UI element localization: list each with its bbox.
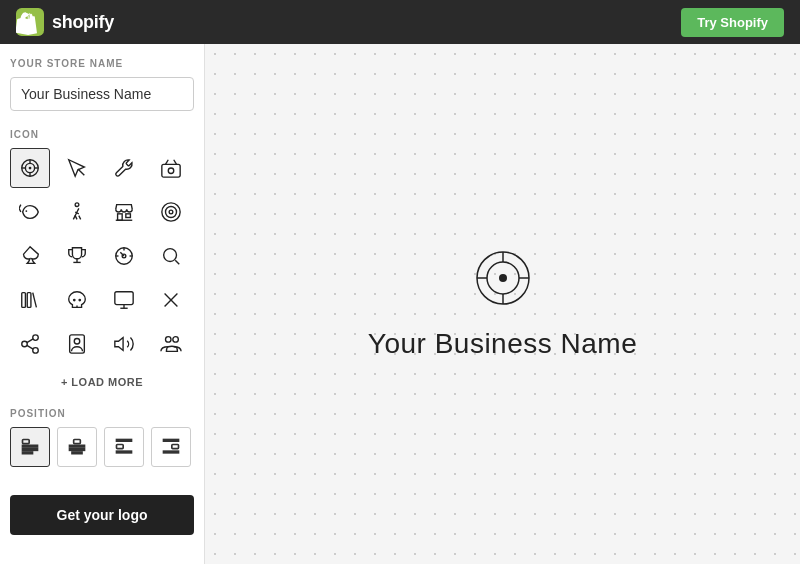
icon-trophy[interactable] bbox=[57, 236, 97, 276]
trophy-icon bbox=[66, 245, 88, 267]
position-label: POSITION bbox=[10, 408, 194, 419]
store-name-label: YOUR STORE NAME bbox=[10, 58, 194, 69]
svg-rect-52 bbox=[23, 449, 38, 451]
arrow-cursor-icon bbox=[66, 157, 88, 179]
svg-point-28 bbox=[164, 249, 177, 262]
position-center-right[interactable] bbox=[151, 427, 191, 467]
svg-point-32 bbox=[73, 299, 76, 302]
icon-shop[interactable] bbox=[104, 192, 144, 232]
portrait-icon bbox=[66, 333, 88, 355]
store-name-input[interactable] bbox=[10, 77, 194, 111]
icon-radio[interactable] bbox=[151, 148, 191, 188]
svg-point-13 bbox=[25, 210, 27, 212]
svg-rect-58 bbox=[117, 445, 124, 449]
share-icon bbox=[19, 333, 41, 355]
icon-tools[interactable] bbox=[104, 148, 144, 188]
svg-point-19 bbox=[166, 207, 177, 218]
svg-line-29 bbox=[175, 260, 179, 264]
position-top-left[interactable] bbox=[10, 427, 50, 467]
svg-rect-63 bbox=[164, 451, 179, 453]
icon-fish[interactable] bbox=[10, 192, 50, 232]
svg-point-10 bbox=[168, 168, 174, 174]
svg-rect-54 bbox=[74, 440, 81, 444]
svg-rect-57 bbox=[72, 452, 82, 454]
load-more-button[interactable]: + LOAD MORE bbox=[10, 372, 194, 392]
dial-icon bbox=[113, 245, 135, 267]
svg-point-46 bbox=[74, 339, 80, 345]
books-icon bbox=[19, 289, 41, 311]
icon-volume[interactable] bbox=[104, 324, 144, 364]
icon-section-label: ICON bbox=[10, 129, 194, 140]
svg-point-20 bbox=[169, 210, 173, 214]
position-center-left[interactable] bbox=[104, 427, 144, 467]
svg-point-40 bbox=[33, 335, 39, 341]
preview-logo-icon bbox=[473, 248, 533, 308]
volume-icon bbox=[113, 333, 135, 355]
icon-books[interactable] bbox=[10, 280, 50, 320]
icon-arrow-cursor[interactable] bbox=[57, 148, 97, 188]
group-icon bbox=[160, 333, 182, 355]
svg-line-44 bbox=[27, 339, 33, 343]
position-top-center[interactable] bbox=[57, 427, 97, 467]
preview-icon bbox=[473, 248, 533, 316]
get-logo-button[interactable]: Get your logo bbox=[10, 495, 194, 535]
shop-icon bbox=[113, 201, 135, 223]
svg-point-41 bbox=[22, 341, 28, 347]
svg-rect-30 bbox=[22, 293, 26, 308]
icon-target-alt[interactable] bbox=[151, 192, 191, 232]
svg-rect-55 bbox=[70, 445, 85, 447]
icon-group[interactable] bbox=[151, 324, 191, 364]
svg-rect-31 bbox=[27, 293, 31, 308]
svg-point-18 bbox=[162, 203, 180, 221]
svg-point-42 bbox=[33, 348, 39, 354]
shopify-wordmark: shopify bbox=[52, 12, 114, 33]
svg-rect-51 bbox=[23, 445, 38, 447]
icon-target[interactable] bbox=[10, 148, 50, 188]
target-icon bbox=[19, 157, 41, 179]
svg-rect-62 bbox=[164, 440, 179, 442]
app-header: shopify Try Shopify bbox=[0, 0, 800, 44]
icon-skull[interactable] bbox=[57, 280, 97, 320]
svg-rect-60 bbox=[117, 451, 132, 453]
svg-rect-53 bbox=[23, 452, 33, 454]
radio-icon bbox=[160, 157, 182, 179]
icon-spade[interactable] bbox=[10, 236, 50, 276]
svg-rect-56 bbox=[70, 449, 85, 451]
svg-rect-61 bbox=[172, 445, 179, 449]
icon-dial[interactable] bbox=[104, 236, 144, 276]
position-top-left-icon bbox=[20, 437, 40, 457]
search-alt-icon bbox=[160, 245, 182, 267]
svg-line-12 bbox=[174, 160, 177, 165]
position-center-right-icon bbox=[161, 437, 181, 457]
svg-point-48 bbox=[166, 337, 172, 343]
shopify-bag-icon bbox=[16, 8, 44, 36]
svg-point-49 bbox=[173, 337, 179, 343]
monitor-icon bbox=[113, 289, 135, 311]
svg-rect-15 bbox=[118, 214, 123, 220]
position-grid bbox=[10, 427, 194, 467]
svg-rect-35 bbox=[115, 292, 133, 305]
svg-line-11 bbox=[166, 160, 169, 165]
fish-icon bbox=[19, 201, 41, 223]
svg-rect-50 bbox=[23, 440, 30, 444]
svg-point-66 bbox=[499, 274, 507, 282]
walk-icon bbox=[66, 201, 88, 223]
icon-walk[interactable] bbox=[57, 192, 97, 232]
shopify-logo: shopify bbox=[16, 8, 114, 36]
icon-x[interactable] bbox=[151, 280, 191, 320]
svg-line-8 bbox=[78, 169, 84, 175]
svg-rect-9 bbox=[162, 164, 180, 177]
target-alt-icon bbox=[160, 201, 182, 223]
icon-grid bbox=[10, 148, 194, 364]
icon-monitor[interactable] bbox=[104, 280, 144, 320]
icon-search-alt[interactable] bbox=[151, 236, 191, 276]
icon-share[interactable] bbox=[10, 324, 50, 364]
svg-line-43 bbox=[27, 345, 33, 349]
icon-portrait[interactable] bbox=[57, 324, 97, 364]
preview-content: Your Business Name bbox=[368, 248, 637, 360]
position-top-center-icon bbox=[67, 437, 87, 457]
svg-point-33 bbox=[78, 299, 81, 302]
try-shopify-button[interactable]: Try Shopify bbox=[681, 8, 784, 37]
sidebar: YOUR STORE NAME ICON bbox=[0, 44, 205, 564]
svg-marker-47 bbox=[115, 338, 123, 351]
